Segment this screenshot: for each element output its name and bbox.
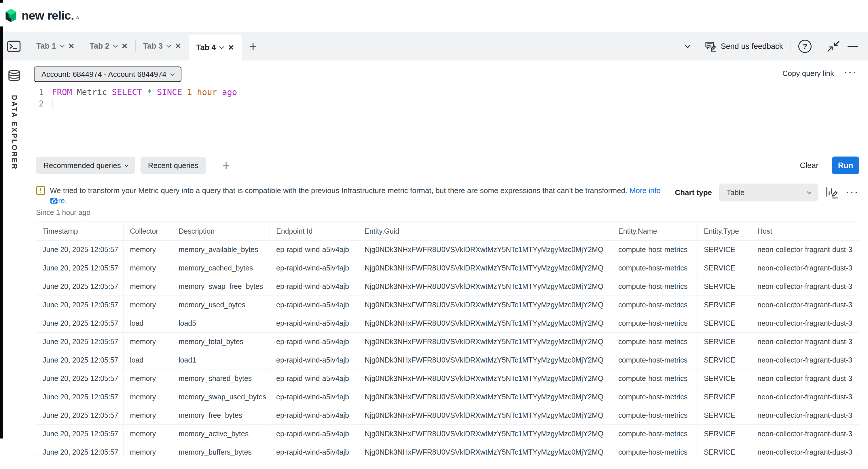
- table-row[interactable]: June 20, 2025 12:05:57memorymemory_used_…: [36, 296, 859, 314]
- close-icon[interactable]: ✕: [68, 42, 74, 51]
- cell-collector: memory: [124, 333, 172, 351]
- cell-description: load1: [172, 351, 270, 369]
- cell-entity_guid: Njg0NDk3NHxFWFR8U0VSVklDRXwtMzY5NTc1MTYy…: [358, 314, 612, 332]
- table-row[interactable]: June 20, 2025 12:05:57memorymemory_free_…: [36, 406, 859, 425]
- help-button[interactable]: ?: [798, 40, 811, 53]
- main-content: Account: 6844974 - Account 6844974 Copy …: [25, 60, 868, 469]
- account-picker[interactable]: Account: 6844974 - Account 6844974: [34, 66, 181, 82]
- database-icon: [7, 70, 21, 82]
- cell-host: neon-collector-fragrant-dust-3: [751, 406, 859, 425]
- close-icon[interactable]: ✕: [228, 43, 234, 52]
- cell-entity_name: compute-host-metrics: [612, 333, 698, 351]
- account-picker-label: Account: 6844974 - Account 6844974: [41, 70, 166, 79]
- clear-button[interactable]: Clear: [800, 161, 818, 170]
- nrql-editor[interactable]: 1 FROMMetricSELECT*SINCE1 hourago 2: [37, 86, 242, 109]
- cell-entity_guid: Njg0NDk3NHxFWFR8U0VSVklDRXwtMzY5NTc1MTYy…: [358, 388, 612, 406]
- cell-entity_guid: Njg0NDk3NHxFWFR8U0VSVklDRXwtMzY5NTc1MTYy…: [358, 369, 612, 388]
- send-feedback-button[interactable]: Send us feedback: [705, 41, 783, 52]
- tab-4-active[interactable]: Tab 4 ✕: [189, 35, 242, 60]
- copy-query-link-button[interactable]: Copy query link: [782, 69, 834, 78]
- cell-endpoint_id: ep-rapid-wind-a5iv4ajb: [270, 259, 358, 277]
- cell-timestamp: June 20, 2025 12:05:57: [36, 425, 124, 443]
- tab-label: Tab 1: [36, 42, 56, 51]
- warning-message: We tried to transform your Metric query …: [50, 186, 678, 206]
- column-header-collector[interactable]: Collector: [124, 222, 172, 240]
- column-header-entity_guid[interactable]: Entity.Guid: [358, 222, 612, 240]
- cell-entity_type: SERVICE: [698, 333, 751, 351]
- cell-timestamp: June 20, 2025 12:05:57: [36, 406, 124, 425]
- add-query-button[interactable]: +: [222, 159, 230, 172]
- tab-1[interactable]: Tab 1 ✕: [29, 32, 82, 60]
- column-header-entity_name[interactable]: Entity.Name: [612, 222, 698, 240]
- tabs: Tab 1 ✕ Tab 2 ✕ Tab 3 ✕ Tab 4 ✕ +: [29, 32, 257, 60]
- column-header-timestamp[interactable]: Timestamp: [36, 222, 124, 240]
- minimize-icon[interactable]: [847, 46, 858, 47]
- chevron-down-icon[interactable]: [60, 43, 64, 48]
- table-row[interactable]: June 20, 2025 12:05:57loadload5ep-rapid-…: [36, 314, 859, 333]
- code-token: FROM: [52, 87, 72, 97]
- run-button[interactable]: Run: [832, 157, 859, 174]
- table-row[interactable]: June 20, 2025 12:05:57memorymemory_avail…: [36, 240, 859, 259]
- cell-collector: memory: [124, 443, 172, 456]
- divider: [819, 39, 819, 53]
- chart-type-select[interactable]: Table: [719, 183, 818, 201]
- cell-entity_guid: Njg0NDk3NHxFWFR8U0VSVklDRXwtMzY5NTc1MTYy…: [358, 425, 612, 443]
- divider: [214, 159, 214, 172]
- table-row[interactable]: June 20, 2025 12:05:57memorymemory_activ…: [36, 425, 859, 443]
- cell-description: memory_free_bytes: [172, 406, 270, 425]
- chevron-down-icon[interactable]: [685, 43, 690, 48]
- cell-entity_guid: Njg0NDk3NHxFWFR8U0VSVklDRXwtMzY5NTc1MTYy…: [358, 406, 612, 425]
- tab-3[interactable]: Tab 3 ✕: [136, 32, 189, 60]
- table-row[interactable]: June 20, 2025 12:05:57memorymemory_cache…: [36, 259, 859, 277]
- table-row[interactable]: June 20, 2025 12:05:57memorymemory_buffe…: [36, 443, 859, 456]
- chevron-down-icon[interactable]: [166, 43, 172, 48]
- cell-endpoint_id: ep-rapid-wind-a5iv4ajb: [270, 406, 358, 425]
- code-token: ago: [222, 87, 237, 97]
- collapse-window-button[interactable]: [827, 40, 840, 53]
- cell-host: neon-collector-fragrant-dust-3: [751, 425, 859, 443]
- cell-description: memory_active_bytes: [172, 425, 270, 443]
- cell-host: neon-collector-fragrant-dust-3: [751, 240, 859, 259]
- query-code-line: FROMMetricSELECT*SINCE1 hourago: [52, 86, 242, 98]
- data-explorer-sidebar[interactable]: DATA EXPLORER: [3, 60, 25, 469]
- cell-host: neon-collector-fragrant-dust-3: [751, 333, 859, 351]
- chevron-down-icon[interactable]: [113, 43, 118, 48]
- code-token: SINCE: [157, 87, 182, 97]
- column-header-endpoint_id[interactable]: Endpoint Id: [270, 222, 358, 240]
- console-panel-button[interactable]: [6, 40, 21, 53]
- table-row[interactable]: June 20, 2025 12:05:57memorymemory_swap_…: [36, 277, 859, 296]
- chevron-down-icon[interactable]: [219, 44, 224, 49]
- recent-queries-button[interactable]: Recent queries: [141, 157, 206, 174]
- table-row[interactable]: June 20, 2025 12:05:57memorymemory_total…: [36, 333, 859, 351]
- cell-timestamp: June 20, 2025 12:05:57: [36, 388, 124, 406]
- external-link-icon[interactable]: [50, 197, 58, 205]
- cell-description: memory_swap_used_bytes: [172, 388, 270, 406]
- cell-collector: memory: [124, 259, 172, 277]
- close-icon[interactable]: ✕: [122, 42, 128, 51]
- cell-timestamp: June 20, 2025 12:05:57: [36, 259, 124, 277]
- recommended-queries-button[interactable]: Recommended queries: [36, 157, 135, 174]
- table-row[interactable]: June 20, 2025 12:05:57loadload1ep-rapid-…: [36, 351, 859, 369]
- transform-warning: ! We tried to transform your Metric quer…: [36, 186, 678, 206]
- table-row[interactable]: June 20, 2025 12:05:57memorymemory_swap_…: [36, 388, 859, 406]
- edit-chart-button[interactable]: [826, 186, 839, 199]
- table-body: June 20, 2025 12:05:57memorymemory_avail…: [36, 240, 859, 456]
- column-header-host[interactable]: Host: [751, 222, 859, 240]
- query-overflow-menu[interactable]: ···: [844, 67, 858, 78]
- cell-collector: memory: [124, 240, 172, 259]
- column-header-entity_type[interactable]: Entity.Type: [698, 222, 751, 240]
- cell-host: neon-collector-fragrant-dust-3: [751, 388, 859, 406]
- column-header-description[interactable]: Description: [172, 222, 270, 240]
- cell-description: load5: [172, 314, 270, 332]
- tab-2[interactable]: Tab 2 ✕: [82, 32, 135, 60]
- cell-entity_type: SERVICE: [698, 259, 751, 277]
- table-row[interactable]: June 20, 2025 12:05:57memorymemory_share…: [36, 369, 859, 388]
- cell-entity_type: SERVICE: [698, 443, 751, 456]
- chart-overflow-menu[interactable]: ···: [846, 187, 859, 198]
- cell-host: neon-collector-fragrant-dust-3: [751, 259, 859, 277]
- add-tab-button[interactable]: +: [249, 40, 257, 53]
- table-header-row: TimestampCollectorDescriptionEndpoint Id…: [36, 222, 859, 240]
- close-icon[interactable]: ✕: [175, 42, 181, 51]
- cell-description: memory_available_bytes: [172, 240, 270, 259]
- cell-collector: memory: [124, 277, 172, 296]
